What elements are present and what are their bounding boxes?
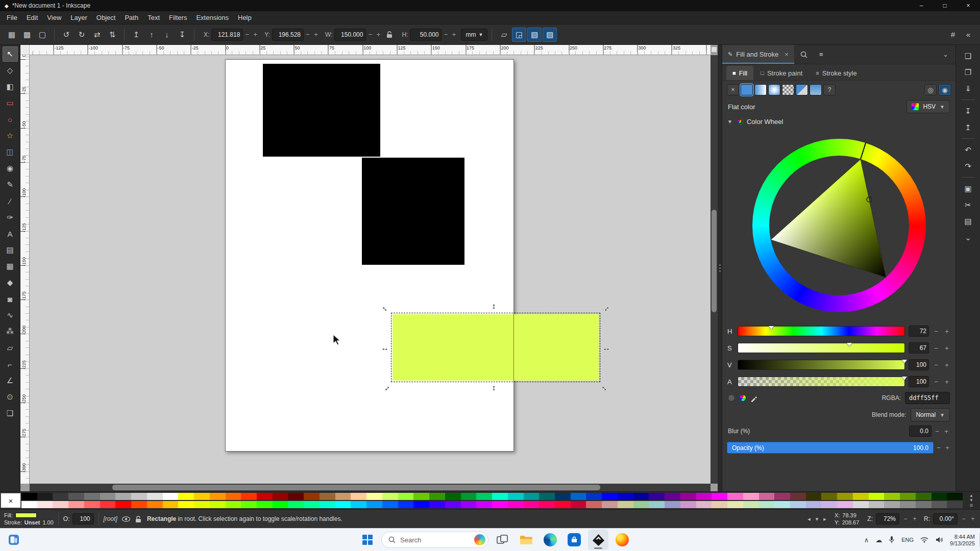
menu-view[interactable]: View <box>42 12 66 23</box>
more-commands-button[interactable]: ⌄ <box>960 231 976 244</box>
palette-swatch[interactable] <box>320 501 335 508</box>
copy-button[interactable]: ▣ <box>960 182 976 195</box>
rotation-entry[interactable]: 0.00° <box>933 513 958 524</box>
tab-fill-and-stroke[interactable]: ✎ Fill and Stroke × <box>722 45 794 64</box>
opacity-increase-button[interactable]: + <box>944 444 951 452</box>
w-decrease-button[interactable]: − <box>366 29 374 41</box>
status-nav-right-icon[interactable]: ▸ <box>822 516 827 522</box>
taskbar-task-view-icon[interactable] <box>492 530 512 550</box>
palette-swatch[interactable] <box>115 493 131 500</box>
palette-swatch[interactable] <box>273 501 288 508</box>
value-slider[interactable] <box>738 360 905 370</box>
palette-swatch[interactable] <box>194 501 210 508</box>
stroke-value[interactable]: Unset <box>24 519 40 525</box>
palette-swatch[interactable] <box>837 501 853 508</box>
menu-filters[interactable]: Filters <box>164 12 191 23</box>
palette-swatch[interactable] <box>916 493 932 500</box>
palette-swatch[interactable] <box>492 501 508 508</box>
taskbar-store-icon[interactable] <box>564 530 584 550</box>
palette-swatch[interactable] <box>147 493 163 500</box>
copilot-icon[interactable] <box>474 534 485 545</box>
palette-swatch[interactable] <box>226 493 241 500</box>
pencil-tool[interactable]: ✎ <box>3 177 18 192</box>
rotate-cw-button[interactable]: ↻ <box>75 28 89 42</box>
palette-swatch[interactable] <box>571 501 586 508</box>
palette-swatch[interactable] <box>727 501 743 508</box>
color-picker-icon[interactable] <box>750 394 758 402</box>
color-wheel-expander[interactable]: ▼ Color Wheel <box>722 114 955 129</box>
alpha-slider[interactable] <box>738 377 905 387</box>
palette-swatch[interactable] <box>163 501 179 508</box>
swatch-button[interactable] <box>796 84 808 95</box>
y-increase-button[interactable]: + <box>312 29 320 41</box>
palette-swatch[interactable] <box>555 501 571 508</box>
tab-stroke-style[interactable]: ≡Stroke style <box>810 66 863 80</box>
connector-tool[interactable]: ⌐ <box>3 357 18 372</box>
palette-swatch[interactable] <box>492 493 508 500</box>
palette-swatch[interactable] <box>790 501 806 508</box>
rotation-decrease-button[interactable]: − <box>961 515 967 522</box>
horizontal-scroll-thumb[interactable] <box>112 485 600 490</box>
status-nav-left-icon[interactable]: ◂ <box>806 516 812 522</box>
palette-swatch[interactable] <box>712 493 727 500</box>
taskbar-file-explorer-icon[interactable] <box>516 530 536 550</box>
palette-swatch[interactable] <box>68 493 84 500</box>
palette-swatch[interactable] <box>21 501 37 508</box>
palette-swatch[interactable] <box>586 493 602 500</box>
deselect-button[interactable]: ▢ <box>35 28 50 42</box>
hue-marker[interactable] <box>861 143 866 159</box>
palette-swatch[interactable] <box>84 501 100 508</box>
palette-swatch[interactable] <box>932 493 947 500</box>
palette-swatch[interactable] <box>288 493 304 500</box>
palette-swatch[interactable] <box>413 493 429 500</box>
vertical-scrollbar[interactable] <box>710 55 718 484</box>
object-opacity-entry[interactable]: 100 <box>72 513 94 524</box>
canvas[interactable]: ↔↔↔↔↔↔↔↔ <box>30 55 710 484</box>
palette-swatch[interactable] <box>304 493 320 500</box>
tweak-tool[interactable]: ∿ <box>3 308 18 323</box>
gradient-tool[interactable]: ▤ <box>3 242 18 258</box>
palette-swatch[interactable] <box>476 493 492 500</box>
calligraphy-tool[interactable]: ✑ <box>3 210 18 225</box>
raise-to-top-button[interactable]: ↥ <box>129 28 143 42</box>
box3d-tool[interactable]: ◫ <box>3 144 18 160</box>
menu-edit[interactable]: Edit <box>22 12 42 23</box>
scale-corners-toggle-button[interactable]: ◲ <box>512 28 526 42</box>
maximize-button[interactable]: □ <box>933 0 957 11</box>
palette-swatch[interactable] <box>351 493 366 500</box>
selector-tool[interactable]: ↖ <box>3 46 18 62</box>
palette-swatch[interactable] <box>429 501 445 508</box>
pen-tool[interactable]: ∕ <box>3 193 18 209</box>
palette-swatch[interactable] <box>178 493 194 500</box>
x-entry[interactable]: 121.818 <box>211 29 243 41</box>
palette-swatch[interactable] <box>178 501 194 508</box>
measure-tool[interactable]: ∠ <box>3 373 18 388</box>
palette-swatch[interactable] <box>680 501 696 508</box>
palette-swatch[interactable] <box>853 493 869 500</box>
palette-swatch[interactable] <box>774 501 790 508</box>
hue-slider-marker[interactable] <box>769 326 774 330</box>
scale-handle-s[interactable]: ↔ <box>491 384 500 393</box>
redo-button[interactable]: ↷ <box>960 159 976 173</box>
cut-button[interactable]: ✂ <box>960 198 976 212</box>
flat-color-button[interactable] <box>741 84 753 95</box>
palette-swatch[interactable] <box>947 493 963 500</box>
ellipse-tool[interactable]: ○ <box>3 112 18 127</box>
saturation-entry[interactable]: 67 <box>909 342 929 354</box>
scale-handle-ne[interactable]: ↔ <box>599 301 611 314</box>
y-entry[interactable]: 196.528 <box>272 29 304 41</box>
spiral-tool[interactable]: ◉ <box>3 161 18 176</box>
opacity-slider[interactable]: Opacity (%) 100.0 <box>727 442 934 454</box>
value-slider-marker[interactable] <box>902 360 907 363</box>
scale-handle-e[interactable]: ↔ <box>602 343 611 352</box>
palette-swatch[interactable] <box>461 501 477 508</box>
value-entry[interactable]: 100 <box>909 359 929 370</box>
scale-handle-n[interactable]: ↔ <box>491 302 500 311</box>
blur-increase-button[interactable]: + <box>943 428 950 435</box>
palette-swatch[interactable] <box>806 493 822 500</box>
palette-swatch[interactable] <box>633 501 649 508</box>
ruler-origin-button[interactable] <box>20 45 30 55</box>
palette-swatch[interactable] <box>131 493 147 500</box>
palette-swatch[interactable] <box>821 493 837 500</box>
value-increase-button[interactable]: + <box>943 361 950 369</box>
